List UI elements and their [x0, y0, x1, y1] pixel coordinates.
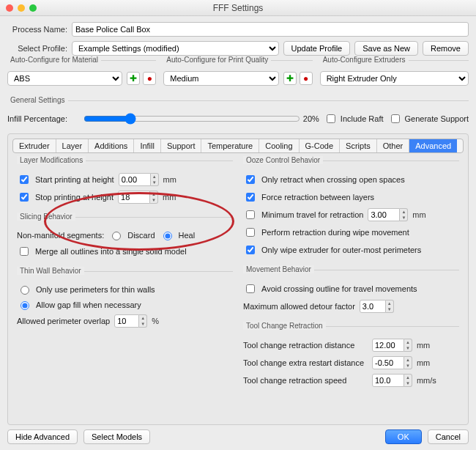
avoid-crossing-checkbox[interactable]: [246, 284, 255, 293]
tc-speed-input[interactable]: [372, 374, 404, 387]
stop-height-input[interactable]: [118, 191, 150, 204]
tab-cooling[interactable]: Cooling: [259, 139, 299, 152]
extruders-select[interactable]: Right Extruder Only: [320, 71, 469, 86]
remove-icon[interactable]: ●: [300, 72, 313, 85]
tab-layer[interactable]: Layer: [56, 139, 89, 152]
save-as-new-button[interactable]: Save as New: [354, 41, 418, 56]
tab-advanced[interactable]: Advanced: [409, 139, 457, 152]
profile-select[interactable]: Example Settings (modified): [72, 41, 279, 56]
wipe-retract-checkbox[interactable]: [246, 228, 255, 237]
tab-infill[interactable]: Infill: [134, 139, 161, 152]
tab-support[interactable]: Support: [161, 139, 202, 152]
settings-panel: Extruder Layer Additions Infill Support …: [7, 133, 469, 425]
merge-outlines-checkbox[interactable]: [20, 247, 29, 256]
process-name-input[interactable]: [72, 22, 469, 37]
ooze-title: Ooze Control Behavior: [243, 156, 323, 164]
start-height-input[interactable]: [119, 173, 151, 186]
titlebar: FFF Settings: [0, 0, 476, 16]
process-name-label: Process Name:: [7, 25, 67, 34]
infill-slider[interactable]: [83, 113, 300, 125]
detour-label: Maximum allowed detour factor: [243, 302, 355, 311]
tc-dist-input[interactable]: [372, 339, 404, 352]
tab-temperature[interactable]: Temperature: [201, 139, 259, 152]
tab-extruder[interactable]: Extruder: [13, 139, 56, 152]
min-travel-input[interactable]: [368, 208, 400, 221]
retract-open-checkbox[interactable]: [246, 175, 255, 184]
generate-support-checkbox[interactable]: Generate Support: [388, 112, 469, 125]
window-title: FFF Settings: [0, 3, 476, 13]
select-models-button[interactable]: Select Models: [83, 429, 150, 444]
add-icon[interactable]: ✚: [127, 72, 140, 85]
infill-value: 20%: [303, 114, 319, 123]
discard-radio[interactable]: [112, 232, 121, 240]
autoconf-extruders-label: Auto-Configure Extruders: [320, 56, 409, 64]
tab-bar: Extruder Layer Additions Infill Support …: [12, 139, 464, 153]
slicing-title: Slicing Behavior: [17, 213, 75, 221]
tc-extra-input[interactable]: [372, 356, 404, 369]
update-profile-button[interactable]: Update Profile: [283, 41, 351, 56]
wipe-outer-checkbox[interactable]: [246, 246, 255, 254]
autoconf-quality-label: Auto-Configure for Print Quality: [163, 56, 271, 64]
gap-fill-radio[interactable]: [21, 301, 29, 310]
autoconf-material-label: Auto-Configure for Material: [7, 56, 101, 64]
stop-height-label: Stop printing at height: [35, 193, 114, 202]
include-raft-checkbox[interactable]: Include Raft: [324, 112, 384, 125]
add-icon[interactable]: ✚: [283, 72, 297, 85]
tab-additions[interactable]: Additions: [89, 139, 134, 152]
ok-button[interactable]: OK: [385, 429, 422, 444]
remove-button[interactable]: Remove: [423, 41, 469, 56]
hide-advanced-button[interactable]: Hide Advanced: [7, 429, 78, 444]
thinwall-title: Thin Wall Behavior: [17, 267, 84, 275]
movement-title: Movement Behavior: [243, 265, 314, 273]
force-retract-checkbox[interactable]: [246, 193, 255, 202]
material-select[interactable]: ABS: [7, 71, 122, 86]
tab-scripts[interactable]: Scripts: [340, 139, 377, 152]
start-height-label: Start printing at height: [35, 175, 114, 184]
layer-mod-title: Layer Modifications: [17, 156, 86, 164]
toolchange-title: Tool Change Retraction: [243, 322, 326, 330]
nonmanifold-label: Non-manifold segments:: [17, 231, 104, 240]
select-profile-label: Select Profile:: [7, 44, 67, 53]
detour-input[interactable]: [360, 300, 386, 313]
infill-pct-label: Infill Percentage:: [7, 114, 78, 123]
perimeters-only-radio[interactable]: [21, 286, 29, 295]
start-height-checkbox[interactable]: [20, 175, 29, 184]
overlap-input[interactable]: [114, 314, 139, 328]
general-settings-label: General Settings: [7, 96, 68, 104]
overlap-label: Allowed perimeter overlap: [17, 317, 110, 325]
quality-select[interactable]: Medium: [163, 71, 278, 86]
tab-gcode[interactable]: G-Code: [300, 139, 341, 152]
tab-other[interactable]: Other: [377, 139, 410, 152]
remove-icon[interactable]: ●: [143, 72, 156, 85]
heal-radio[interactable]: [163, 232, 172, 240]
cancel-button[interactable]: Cancel: [428, 429, 469, 444]
stop-height-checkbox[interactable]: [20, 193, 29, 202]
min-travel-checkbox[interactable]: [246, 210, 255, 219]
